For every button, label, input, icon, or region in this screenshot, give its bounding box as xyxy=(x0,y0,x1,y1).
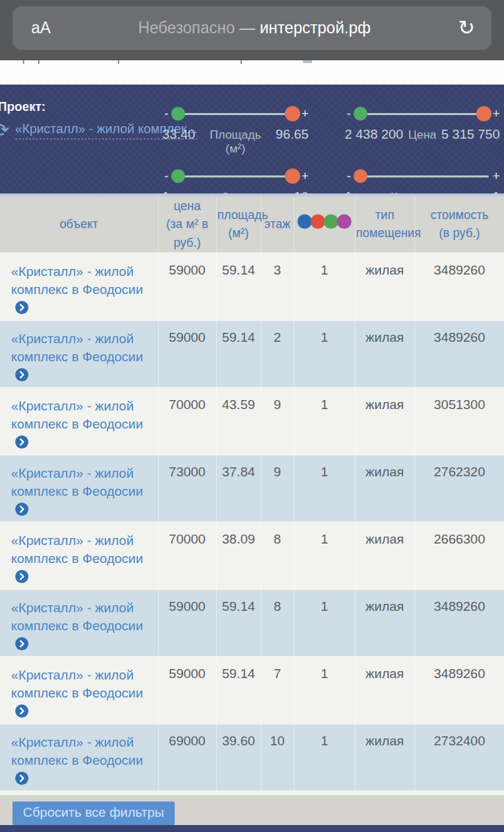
slider-track[interactable] xyxy=(173,175,297,177)
slider-plus-label: + xyxy=(492,170,500,182)
slider-label: Площадь (м²) xyxy=(200,128,271,156)
table-row: «Кристалл» - жилой комплекс в Феодосии 7… xyxy=(0,522,504,589)
browser-chrome: аА Небезопасно — интерстрой.рф ↻ xyxy=(0,0,504,60)
cell-object: «Кристалл» - жилой комплекс в Феодосии xyxy=(0,388,158,455)
table-row: «Кристалл» - жилой комплекс в Феодосии 6… xyxy=(0,724,504,791)
cell-object: «Кристалл» - жилой комплекс в Феодосии xyxy=(0,320,158,388)
cell-type: жилая xyxy=(355,724,415,791)
arrow-right-icon[interactable] xyxy=(15,704,28,722)
arrow-right-icon[interactable] xyxy=(15,772,28,790)
cell-price_per_m2: 69000 xyxy=(158,724,216,791)
cell-cost: 3489260 xyxy=(415,253,504,320)
reload-icon[interactable]: ↻ xyxy=(458,18,492,38)
title-separator: — xyxy=(235,19,260,37)
cell-area_m2: 59.14 xyxy=(216,589,261,657)
arrow-right-icon[interactable] xyxy=(15,503,28,521)
object-link-label: «Кристалл» - жилой комплекс в Феодосии xyxy=(11,331,143,364)
slider-handle-right[interactable] xyxy=(285,106,300,121)
cell-price_per_m2: 70000 xyxy=(158,522,216,589)
slider-area: -+33.40Площадь (м²)96.65 xyxy=(162,105,309,156)
arrow-right-icon[interactable] xyxy=(15,435,28,453)
cell-type: жилая xyxy=(355,455,415,522)
slider-handle-right[interactable] xyxy=(285,168,300,184)
text-size-button[interactable]: аА xyxy=(12,19,51,37)
cell-area_m2: 39.60 xyxy=(216,724,261,791)
slider-track[interactable] xyxy=(356,175,489,177)
header-object: объект xyxy=(0,196,158,253)
cell-type: жилая xyxy=(355,253,415,320)
legend-dot xyxy=(324,214,338,229)
slider-minus-label: - xyxy=(162,170,171,182)
table-row: «Кристалл» - жилой комплекс в Феодосии 7… xyxy=(0,388,504,455)
cell-object: «Кристалл» - жилой комплекс в Феодосии xyxy=(0,253,158,320)
slider-handle-right[interactable] xyxy=(476,106,492,121)
object-link[interactable]: «Кристалл» - жилой комплекс в Феодосии xyxy=(11,264,143,315)
cell-object: «Кристалл» - жилой комплекс в Феодосии xyxy=(0,724,158,791)
arrow-right-icon[interactable] xyxy=(15,301,28,319)
cell-price_per_m2: 59000 xyxy=(158,589,216,657)
object-link[interactable]: «Кристалл» - жилой комплекс в Феодосии xyxy=(11,533,143,584)
cell-rooms: 1 xyxy=(294,455,355,522)
header-rooms-legend xyxy=(294,196,355,253)
legend-dot xyxy=(337,214,351,229)
cell-price_per_m2: 59000 xyxy=(158,253,216,320)
cell-rooms: 1 xyxy=(294,320,355,388)
slider-track[interactable] xyxy=(356,113,489,115)
cell-floor: 2 xyxy=(261,320,294,388)
cell-type: жилая xyxy=(355,657,415,724)
cell-floor: 8 xyxy=(261,589,294,657)
object-link-label: «Кристалл» - жилой комплекс в Феодосии xyxy=(11,600,143,633)
object-link[interactable]: «Кристалл» - жилой комплекс в Феодосии xyxy=(11,668,143,718)
cell-price_per_m2: 73000 xyxy=(158,455,216,522)
slider-label: Цена xyxy=(403,128,442,142)
sync-icon[interactable]: ⟳ xyxy=(0,121,10,139)
cell-floor: 9 xyxy=(261,388,294,455)
arrow-right-icon[interactable] xyxy=(15,368,28,386)
slider-min-value: 2 438 200 xyxy=(345,127,403,142)
project-filter: Проект: ⟳ «Кристалл» - жилой комплек... xyxy=(0,100,158,139)
cell-rooms: 1 xyxy=(294,657,355,724)
cell-price_per_m2: 70000 xyxy=(158,388,216,455)
cell-floor: 9 xyxy=(261,455,294,522)
url-bar[interactable]: аА Небезопасно — интерстрой.рф ↻ xyxy=(12,6,492,50)
cell-object: «Кристалл» - жилой комплекс в Феодосии xyxy=(0,657,158,724)
slider-handle-left[interactable] xyxy=(171,107,185,121)
slider-max-value: 5 315 750 xyxy=(441,127,500,142)
object-link-label: «Кристалл» - жилой комплекс в Феодосии xyxy=(11,735,143,768)
object-link-label: «Кристалл» - жилой комплекс в Феодосии xyxy=(11,399,143,431)
object-link[interactable]: «Кристалл» - жилой комплекс в Феодосии xyxy=(11,331,143,382)
table-header: объект цена(за м² в руб.) площадь(м²) эт… xyxy=(0,196,504,253)
reset-filters-button[interactable]: Сбросить все фильтры xyxy=(12,801,175,825)
slider-minus-label: - xyxy=(162,107,171,120)
clipped-text-remnants xyxy=(0,60,504,85)
cell-area_m2: 38.09 xyxy=(216,522,261,589)
object-link[interactable]: «Кристалл» - жилой комплекс в Феодосии xyxy=(11,399,143,449)
slider-price: -+2 438 200Цена5 315 750 xyxy=(345,105,500,156)
arrow-right-icon[interactable] xyxy=(15,637,28,655)
slider-handle-left[interactable] xyxy=(171,169,185,183)
object-link-label: «Кристалл» - жилой комплекс в Феодосии xyxy=(11,466,143,499)
cell-area_m2: 37.84 xyxy=(216,455,261,522)
object-link[interactable]: «Кристалл» - жилой комплекс в Феодосии xyxy=(11,600,143,651)
security-warning: Небезопасно xyxy=(138,19,235,37)
cell-cost: 3489260 xyxy=(415,657,504,724)
cell-rooms: 1 xyxy=(294,388,355,455)
slider-track[interactable] xyxy=(173,113,297,115)
cell-object: «Кристалл» - жилой комплекс в Феодосии xyxy=(0,522,158,589)
slider-plus-label: + xyxy=(492,107,500,120)
object-link[interactable]: «Кристалл» - жилой комплекс в Феодосии xyxy=(11,735,143,786)
cell-area_m2: 59.14 xyxy=(216,320,261,388)
legend-dots xyxy=(297,214,351,229)
footer-bar xyxy=(0,825,504,832)
object-link[interactable]: «Кристалл» - жилой комплекс в Феодосии xyxy=(11,466,143,517)
cell-object: «Кристалл» - жилой комплекс в Феодосии xyxy=(0,455,158,522)
filter-panel: Проект: ⟳ «Кристалл» - жилой комплек... … xyxy=(0,85,504,193)
slider-handle-left[interactable] xyxy=(354,107,367,121)
table-row: «Кристалл» - жилой комплекс в Феодосии 5… xyxy=(0,589,504,657)
arrow-right-icon[interactable] xyxy=(15,570,28,588)
cell-cost: 2666300 xyxy=(415,522,504,589)
slider-minus-label: - xyxy=(345,107,353,120)
cell-area_m2: 43.59 xyxy=(216,388,261,455)
cell-type: жилая xyxy=(355,589,415,657)
slider-handle-left[interactable] xyxy=(354,169,367,183)
